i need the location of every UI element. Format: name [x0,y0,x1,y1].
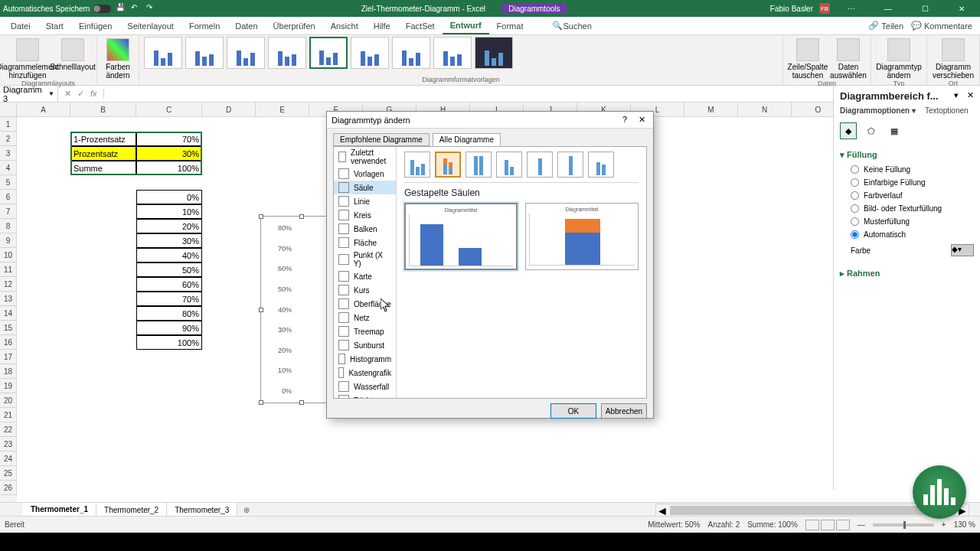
cell-C4[interactable]: 100% [136,161,202,175]
cell-C12[interactable]: 60% [136,277,202,292]
row-header[interactable]: 7 [0,204,17,219]
swap-row-col-button[interactable]: Zeile/Spalte tauschen [788,37,828,80]
fill-option-none[interactable]: Keine Füllung [840,163,974,176]
row-header[interactable]: 5 [0,175,17,190]
cell-C10[interactable]: 40% [136,248,202,262]
row-header[interactable]: 12 [0,277,17,292]
row-header[interactable]: 20 [0,393,17,408]
dialog-close-icon[interactable]: ✕ [635,115,648,125]
cell-C15[interactable]: 90% [136,321,202,335]
col-header[interactable]: A [17,103,70,117]
chart-category-item[interactable]: Kreis [334,208,396,222]
select-data-button[interactable]: Daten auswählen [831,37,866,80]
view-normal-icon[interactable] [805,520,819,530]
subtype-3d-100stacked[interactable] [557,152,583,178]
tab-format[interactable]: Format [489,17,531,34]
user-name[interactable]: Fabio Basler [770,5,813,13]
effects-icon[interactable]: ⬠ [863,122,880,139]
panel-close-icon[interactable]: ✕ [967,90,974,99]
chart-category-item[interactable]: Netz [334,311,396,324]
add-sheet-button[interactable]: ⊕ [237,506,256,514]
chart-category-item[interactable]: Punkt (X Y) [334,249,396,269]
chart-category-item[interactable]: Oberfläche [334,297,396,311]
chart-category-item[interactable]: Vorlagen [334,167,396,181]
chart-style-7[interactable] [392,37,430,69]
cell-B3[interactable]: Prozentsatz [70,146,136,161]
cell-B2[interactable]: 1-Prozentsatz [70,132,136,146]
tab-einfuegen[interactable]: Einfügen [71,17,119,34]
search-box[interactable]: 🔍 Suchen [544,17,599,34]
change-chart-type-button[interactable]: Diagrammtyp ändern [876,37,922,80]
row-header[interactable]: 18 [0,364,17,379]
fill-option-auto[interactable]: Automatisch [840,228,974,241]
col-header[interactable]: C [136,103,202,117]
chart-style-3[interactable] [227,37,265,69]
name-box[interactable]: Diagramm 3▼ [0,85,58,103]
enter-fx-icon[interactable]: ✓ [77,89,84,99]
cell-C8[interactable]: 20% [136,219,202,233]
panel-tab-textoptions[interactable]: Textoptionen [925,106,969,115]
chart-style-1[interactable] [144,37,182,69]
size-props-icon[interactable]: ▦ [886,122,903,139]
share-button[interactable]: 🔗 Teilen [868,21,903,31]
row-header[interactable]: 1 [0,117,17,132]
row-header[interactable]: 16 [0,335,17,350]
cell-C14[interactable]: 80% [136,306,202,321]
fill-line-icon[interactable]: ◆ [840,122,857,139]
tab-daten[interactable]: Daten [227,17,265,34]
panel-dropdown-icon[interactable]: ▾ [954,90,959,99]
chart-category-item[interactable]: Sunburst [334,338,396,352]
toggle-off-icon[interactable] [93,5,111,13]
add-chart-element-button[interactable]: Diagrammelement hinzufügen [5,37,51,80]
fill-option-gradient[interactable]: Farbverlauf [840,189,974,202]
subtype-100stacked[interactable] [466,152,492,178]
fill-option-solid[interactable]: Einfarbige Füllung [840,176,974,189]
row-header[interactable]: 24 [0,452,17,466]
row-header[interactable]: 2 [0,132,17,146]
chart-category-item[interactable]: Fläche [334,236,396,249]
close-icon[interactable]: ✕ [946,5,977,13]
row-header[interactable]: 9 [0,233,17,248]
chart-style-8[interactable] [433,37,472,69]
preview-1[interactable]: Diagrammtitel [404,203,518,270]
select-all-corner[interactable] [0,103,17,117]
chart-category-item[interactable]: Linie [334,194,396,208]
tab-factset[interactable]: FactSet [398,17,443,34]
minimize-icon[interactable]: — [873,5,903,13]
tab-entwurf[interactable]: Entwurf [443,17,489,34]
cancel-fx-icon[interactable]: ✕ [64,89,71,99]
subtype-clustered[interactable] [404,152,430,178]
ok-button[interactable]: OK [550,403,596,419]
subtype-3d-clustered[interactable] [496,152,522,178]
fill-option-pattern[interactable]: Musterfüllung [840,215,974,228]
border-section-header[interactable]: ▸ Rahmen [840,266,974,282]
color-picker-row[interactable]: Farbe ◆▾ [840,241,974,259]
cell-C13[interactable]: 70% [136,292,202,306]
save-icon[interactable]: 💾 [116,3,126,14]
subtype-3d-stacked[interactable] [527,152,553,178]
redo-icon[interactable]: ↷ [146,3,157,14]
tab-seitenlayout[interactable]: Seitenlayout [119,17,181,34]
chart-style-9[interactable] [475,37,513,69]
row-header[interactable]: 11 [0,262,17,277]
ribbon-options-icon[interactable]: ⋯ [836,5,867,13]
row-header[interactable]: 13 [0,292,17,306]
row-header[interactable]: 14 [0,306,17,321]
row-header[interactable]: 15 [0,321,17,335]
color-swatch-icon[interactable]: ◆▾ [951,244,974,256]
row-header[interactable]: 21 [0,408,17,422]
chart-category-item[interactable]: Treemap [334,324,396,338]
cell-B4[interactable]: Summe [70,161,136,175]
row-header[interactable]: 10 [0,248,17,262]
chart-style-2[interactable] [185,37,224,69]
chart-category-item[interactable]: Balken [334,222,396,236]
chart-category-item[interactable]: Karte [334,269,396,283]
subtype-stacked[interactable] [435,152,461,178]
chart-category-item[interactable]: Histogramm [334,352,396,366]
scroll-left-icon[interactable]: ◄ [656,504,668,517]
chart-style-4[interactable] [268,37,306,69]
tab-ueberpruefen[interactable]: Überprüfen [266,17,323,34]
tab-start[interactable]: Start [38,17,71,34]
move-chart-button[interactable]: Diagramm verschieben [932,37,975,80]
tab-formeln[interactable]: Formeln [181,17,227,34]
